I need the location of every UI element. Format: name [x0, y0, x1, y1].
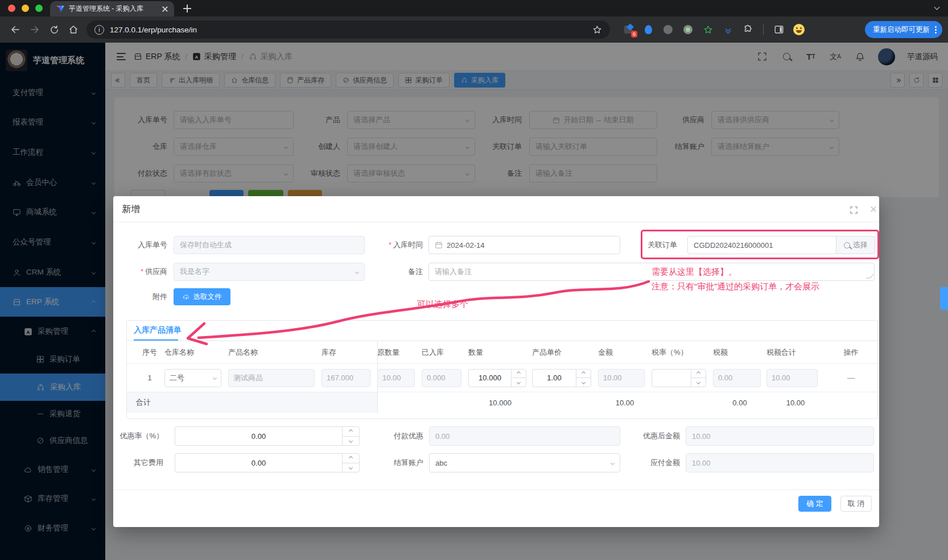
site-info-icon[interactable]: i — [94, 25, 104, 35]
table-total-row: 合计 10.000 10.00 0.00 10.00 — [127, 392, 877, 413]
field-label: 结算账户 — [366, 453, 423, 471]
dialog-fullscreen-icon[interactable] — [850, 206, 858, 214]
increment-icon[interactable] — [343, 454, 359, 463]
tax-amount-input: 0.00 — [713, 369, 761, 387]
extension-star-icon[interactable] — [702, 24, 714, 35]
theme-settings-fab[interactable] — [940, 287, 948, 310]
browser-tab[interactable]: 芋道管理系统 - 采购入库 — [50, 1, 174, 16]
payable-amount-input: 10.00 — [686, 453, 874, 472]
tab-product-list[interactable]: 入库产品清单 — [134, 325, 182, 335]
qty-stepper[interactable]: 10.000 — [468, 369, 526, 387]
decrement-icon[interactable] — [576, 378, 591, 387]
table-header-row: 序号 仓库名称 产品名称 库存 原数量 已入库 数量 产品单价 金额 税率（%）… — [127, 341, 877, 364]
total-amount: 10.00 — [598, 399, 652, 407]
required-asterisk: * — [389, 240, 391, 249]
forward-icon[interactable] — [25, 20, 44, 39]
browser-menu-icon[interactable] — [935, 26, 937, 34]
extension-recorder-icon[interactable] — [682, 24, 694, 35]
tax-rate-stepper[interactable] — [652, 369, 706, 387]
annotation-note-line2: 注意：只有“审批”通过的采购订单，才会展示 — [652, 281, 819, 292]
total-tax-total: 10.00 — [766, 399, 825, 407]
browser-window: 芋道管理系统 - 采购入库 i 127.0.0.1/erp/purchase/i… — [0, 0, 948, 560]
search-icon — [844, 242, 850, 248]
total-qty: 10.000 — [468, 399, 532, 407]
extension-pin-icon[interactable] — [642, 24, 654, 35]
bookmark-star-icon[interactable] — [592, 25, 602, 35]
settlement-account-select[interactable]: abc — [429, 453, 620, 472]
received-qty-input: 0.000 — [422, 369, 461, 387]
extension-gray-icon[interactable] — [662, 24, 674, 35]
reload-icon[interactable] — [44, 20, 64, 39]
field-label: 优惠率（%） — [113, 426, 163, 445]
dialog-title: 新增 — [122, 204, 140, 215]
field-label: 付款优惠 — [366, 426, 423, 445]
unit-price-stepper[interactable]: 1.00 — [532, 369, 591, 387]
product-list-card: 入库产品清单 序号 仓库名称 产品名称 库存 原数量 已入库 数量 产品单价 金… — [126, 320, 878, 419]
chrome-update-button[interactable]: 重新启动即可更新 — [865, 21, 942, 38]
decrement-icon[interactable] — [343, 463, 359, 472]
field-label: 关联订单 — [625, 236, 677, 254]
extension-badge: 6 — [631, 31, 637, 38]
decrement-icon[interactable] — [691, 378, 706, 387]
related-order-input[interactable]: CGDD20240216000001 — [687, 236, 836, 254]
home-icon[interactable] — [64, 20, 83, 39]
order-no-input: 保存时自动生成 — [174, 236, 365, 254]
field-label: 入库单号 — [113, 236, 167, 254]
field-label: 其它费用 — [113, 453, 163, 471]
browser-toolbar: i 127.0.0.1/erp/purchase/in 6 重新启动即可更新 — [0, 16, 948, 43]
field-label: *入库时间 — [358, 236, 423, 254]
back-icon[interactable] — [6, 20, 25, 39]
traffic-light-minimize[interactable] — [22, 5, 29, 12]
chevron-down-icon — [611, 461, 615, 464]
amount-input: 10.00 — [598, 369, 645, 387]
original-qty-input: 10.00 — [377, 369, 415, 387]
row-index: 1 — [135, 374, 164, 382]
product-name-input: 测试商品 — [228, 369, 315, 387]
cancel-button[interactable]: 取 消 — [840, 496, 872, 512]
tab-close-icon[interactable] — [162, 6, 168, 13]
decrement-icon[interactable] — [512, 378, 526, 387]
field-label: *供应商 — [113, 263, 167, 281]
url-text[interactable]: 127.0.0.1/erp/purchase/in — [110, 26, 587, 34]
upload-file-button[interactable]: 选取文件 — [174, 288, 230, 305]
tax-total-input: 10.00 — [766, 369, 818, 387]
field-label: 应付金额 — [623, 453, 680, 471]
in-time-date-input[interactable]: 2024-02-14 — [428, 236, 620, 254]
extension-tampermonkey-icon[interactable]: 6 — [623, 24, 634, 35]
field-label: 优惠后金额 — [623, 426, 680, 445]
add-dialog: 新增 入库单号 保存时自动生成 *入库时间 2024-02-14 关联订单 CG… — [113, 196, 879, 527]
row-action: — — [825, 374, 877, 382]
extensions-puzzle-icon[interactable] — [742, 24, 753, 35]
amount-after-discount-input: 10.00 — [686, 426, 874, 446]
browser-tab-strip: 芋道管理系统 - 采购入库 — [0, 0, 948, 16]
field-label: 附件 — [113, 288, 167, 306]
total-tax-amount: 0.00 — [713, 399, 766, 407]
chrome-update-label: 重新启动即可更新 — [873, 25, 930, 35]
discount-rate-stepper[interactable]: 0.00 — [175, 426, 360, 446]
supplier-select: 我是名字 — [174, 263, 365, 281]
side-panel-icon[interactable] — [773, 24, 785, 35]
address-bar[interactable]: i 127.0.0.1/erp/purchase/in — [86, 20, 610, 39]
decrement-icon[interactable] — [343, 436, 359, 446]
warehouse-select[interactable]: 二号 — [164, 369, 221, 387]
extension-chevrons-icon[interactable] — [722, 24, 733, 35]
increment-icon[interactable] — [576, 370, 591, 378]
increment-icon[interactable] — [691, 370, 706, 378]
dialog-footer-divider — [113, 490, 879, 490]
stock-input: 167.000 — [322, 369, 370, 387]
dialog-header-divider — [113, 222, 879, 222]
increment-icon[interactable] — [343, 427, 359, 436]
increment-icon[interactable] — [512, 370, 526, 378]
confirm-button[interactable]: 确 定 — [798, 496, 831, 512]
traffic-light-maximize[interactable] — [35, 5, 43, 12]
new-tab-icon[interactable] — [183, 5, 191, 13]
profile-avatar-emoji[interactable] — [793, 24, 805, 35]
field-label: 备注 — [358, 263, 423, 281]
tab-search-chevron-icon[interactable] — [934, 5, 940, 10]
dialog-close-icon[interactable] — [870, 206, 878, 214]
annotation-note-line1: 需要从这里【选择】。 — [652, 267, 737, 277]
traffic-light-close[interactable] — [8, 5, 15, 12]
other-fee-stepper[interactable]: 0.00 — [175, 453, 360, 472]
related-order-select-button[interactable]: 选择 — [836, 236, 875, 254]
table-row: 1 二号 测试商品 167.000 10.00 0.000 10.000 1.0… — [127, 364, 877, 392]
